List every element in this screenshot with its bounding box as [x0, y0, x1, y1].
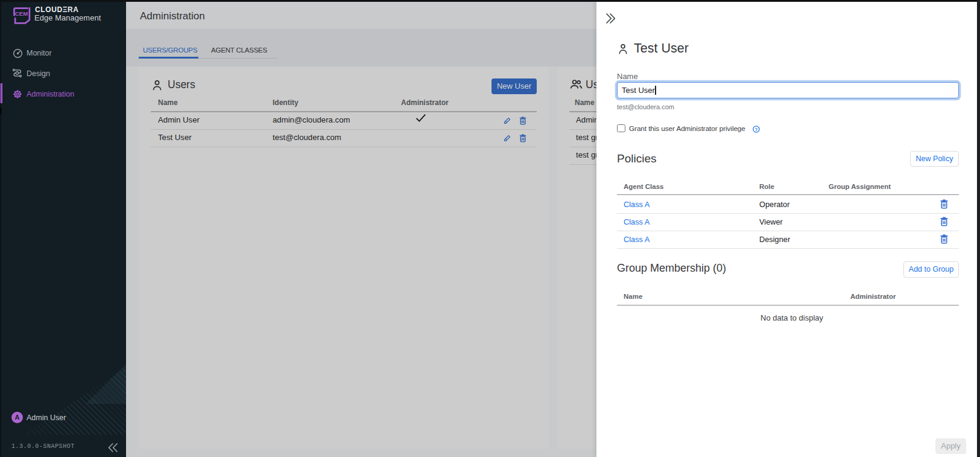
svg-text:?: ? — [755, 127, 758, 132]
svg-text:CEM: CEM — [15, 10, 28, 17]
